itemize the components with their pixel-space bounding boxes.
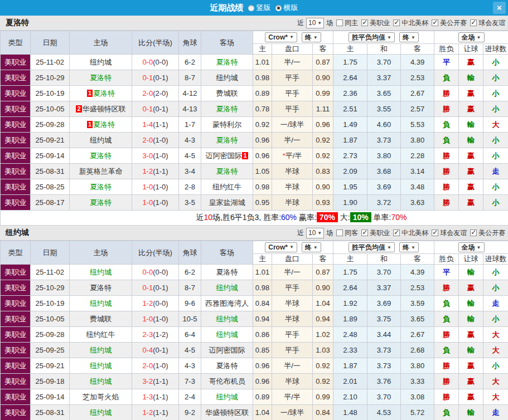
- radio-vertical-layout[interactable]: 竖版: [248, 3, 271, 13]
- result-cell: 赢: [459, 358, 483, 374]
- league-filter[interactable]: 球会友谊: [432, 228, 467, 238]
- odds-cell: 半球: [272, 311, 313, 327]
- result-cell: 輸: [459, 296, 483, 311]
- checkbox-checked-icon[interactable]: [393, 229, 400, 236]
- result-cell: 輸: [459, 133, 483, 148]
- odds-cell: 0.87: [313, 55, 333, 70]
- match-filters: 近10▼场同客美职业中北美杯球会友谊美公开赛: [297, 226, 505, 240]
- result-cell: 小: [483, 358, 508, 374]
- checkbox-checked-icon[interactable]: [361, 19, 368, 26]
- header-group: Crow*▼终▼: [253, 241, 333, 254]
- match-date: 25-08-31: [31, 164, 70, 179]
- odds-value: 平手: [285, 89, 299, 97]
- checkbox-checked-icon[interactable]: [361, 229, 368, 236]
- odds-value: 0.85: [255, 346, 269, 354]
- checkbox-checked-icon[interactable]: [470, 229, 477, 236]
- checkbox-checked-icon[interactable]: [432, 229, 438, 236]
- result-cell: 輸: [459, 311, 483, 327]
- corner-count: 8-7: [179, 70, 201, 86]
- league-filter[interactable]: 中北美杯: [393, 18, 428, 28]
- league-filter[interactable]: 美职业: [361, 18, 390, 28]
- table-row: 美职业25-11-02纽约城0-0(0-0)6-2夏洛特1.01半/一0.871…: [1, 55, 508, 70]
- home-team-name: 夏洛特: [93, 120, 115, 129]
- match-count-select[interactable]: 10▼: [306, 228, 324, 238]
- result-cell: 勝: [434, 148, 459, 164]
- result-cell: 大: [483, 117, 508, 133]
- odds-cell: 0.92: [313, 148, 333, 164]
- fulltime-score: 1-0: [142, 315, 153, 323]
- same-venue-filter[interactable]: 同主: [336, 18, 358, 28]
- header-dropdown[interactable]: 终▼: [302, 242, 321, 252]
- corner-count: 10-5: [179, 311, 201, 327]
- away-team-cell: 皇家盐湖城: [201, 195, 253, 211]
- away-team-cell: 夏洛特: [201, 101, 253, 117]
- match-type-cell: 美职业: [1, 389, 31, 405]
- results-table: 类型日期主场比分(半场)角球客场Crow*▼终▼胜平负均值▼终▼全场▼主盘口客主…: [0, 241, 508, 420]
- league-filter[interactable]: 美公开赛: [470, 228, 505, 238]
- score-cell: 1-4(1-1): [132, 117, 179, 133]
- odds-value: 半/一: [284, 268, 301, 276]
- match-type-cell: 美职业: [1, 358, 31, 374]
- radio-selected-icon[interactable]: [275, 5, 282, 11]
- checkbox-unchecked-icon[interactable]: [336, 229, 343, 236]
- header-dropdown[interactable]: 全场▼: [458, 242, 485, 252]
- mean-odds-cell: 1.92: [333, 296, 367, 311]
- score-cell: 3-2(1-1): [132, 374, 179, 389]
- match-count-select[interactable]: 10▼: [306, 18, 324, 28]
- corner-count: 6-2: [179, 55, 201, 70]
- header-dropdown[interactable]: 全场▼: [458, 32, 485, 42]
- odds-cell: 平手: [272, 86, 313, 101]
- checkbox-unchecked-icon[interactable]: [336, 19, 343, 26]
- column-header: 客场: [201, 241, 253, 265]
- home-team-name: 华盛顿特区联: [83, 105, 126, 113]
- header-group: 全场▼: [434, 241, 508, 254]
- away-team-cell: 夏洛特: [201, 265, 253, 280]
- result-cell: 小: [483, 101, 508, 117]
- result-cell: 小: [483, 133, 508, 148]
- league-filter[interactable]: 美公开赛: [432, 18, 467, 28]
- close-icon[interactable]: ×: [493, 2, 506, 14]
- odds-value: 半球: [285, 299, 299, 307]
- fulltime-score: 1-0: [142, 198, 153, 207]
- league-filter[interactable]: 美职业: [361, 228, 390, 238]
- odds-cell: 半球: [272, 179, 313, 195]
- header-dropdown[interactable]: Crow*▼: [265, 242, 297, 252]
- mean-odds-cell: 3.44: [367, 327, 401, 343]
- checkbox-checked-icon[interactable]: [393, 19, 400, 26]
- odds-cell: 1.11: [313, 101, 333, 117]
- header-dropdown[interactable]: 胜平负均值▼: [349, 32, 395, 42]
- league-filter[interactable]: 球会友谊: [470, 18, 505, 28]
- radio-unselected-icon[interactable]: [248, 5, 254, 11]
- league-filter-label: 球会友谊: [440, 228, 467, 238]
- same-venue-filter[interactable]: 同客: [336, 228, 358, 238]
- checkbox-checked-icon[interactable]: [470, 19, 477, 26]
- match-type-cell: 美职业: [1, 55, 31, 70]
- halftime-score: (0-0): [153, 268, 168, 276]
- dropdown-caret-icon: ▼: [477, 35, 481, 40]
- header-dropdown[interactable]: 终▼: [399, 242, 419, 252]
- checkbox-checked-icon[interactable]: [432, 19, 438, 26]
- home-team-cell: 夏洛特: [70, 70, 132, 86]
- header-group: 胜平负均值▼终▼: [333, 241, 434, 254]
- mean-odds-cell: 3.08: [401, 389, 434, 405]
- match-type-cell: 美职业: [1, 311, 31, 327]
- league-filter[interactable]: 中北美杯: [393, 228, 428, 238]
- header-dropdown[interactable]: 终▼: [399, 32, 419, 42]
- mean-odds-cell: 4.39: [401, 265, 434, 280]
- sub-column-header: 和: [367, 44, 401, 55]
- match-type-cell: 美职业: [1, 374, 31, 389]
- table-row: 美职业25-09-25纽约城0-4(0-1)4-5迈阿密国际0.85平手1.03…: [1, 343, 508, 358]
- dropdown-value: 终: [305, 33, 312, 42]
- odds-value: 0.78: [255, 105, 269, 113]
- header-dropdown[interactable]: 胜平负均值▼: [349, 242, 395, 252]
- header-dropdown[interactable]: Crow*▼: [265, 32, 297, 42]
- odds-value: 0.87: [316, 268, 330, 276]
- odds-value: 0.96: [255, 152, 269, 160]
- away-team-cell: 哥伦布机员: [201, 374, 253, 389]
- mean-odds-cell: 3.14: [401, 164, 434, 179]
- mean-odds-cell: 3.70: [367, 55, 401, 70]
- radio-horizontal-layout[interactable]: 横版: [275, 3, 298, 13]
- odds-cell: 1.04: [253, 405, 272, 420]
- titlebar: 近期战绩 竖版 横版 ×: [0, 0, 508, 16]
- header-dropdown[interactable]: 终▼: [302, 32, 321, 42]
